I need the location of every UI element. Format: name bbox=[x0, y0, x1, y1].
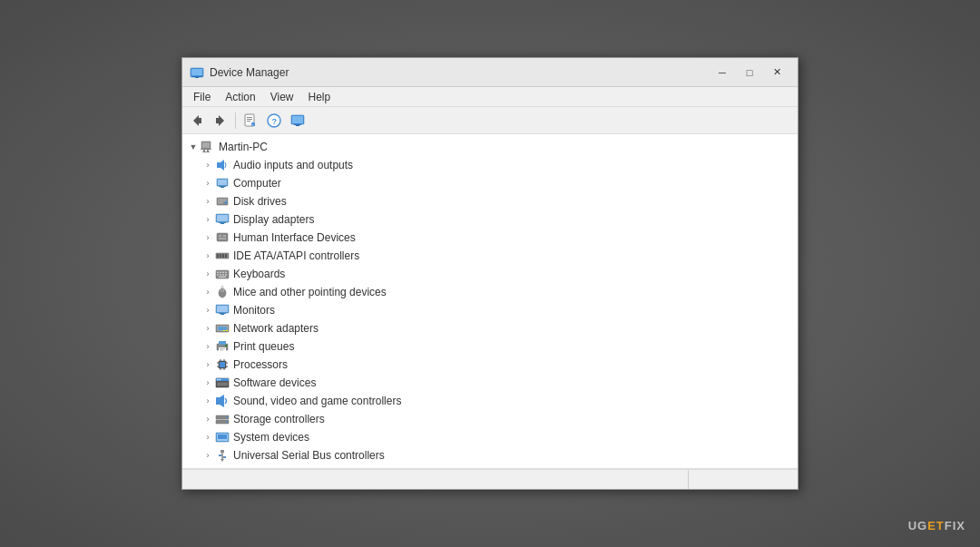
mice-expand-icon[interactable]: › bbox=[201, 285, 215, 299]
tree-item-ide[interactable]: › IDE ATA/ATAPI controllers bbox=[182, 247, 798, 265]
tree-item-computer[interactable]: › Computer bbox=[182, 174, 798, 192]
sound-label: Sound, video and game controllers bbox=[233, 395, 401, 407]
network-label: Network adapters bbox=[233, 322, 318, 335]
svg-rect-73 bbox=[219, 341, 226, 345]
svg-rect-42 bbox=[223, 235, 226, 237]
tree-item-processors[interactable]: › Processors bbox=[182, 356, 798, 374]
svg-rect-56 bbox=[222, 274, 224, 276]
tree-item-keyboard[interactable]: › Keyboards bbox=[182, 265, 798, 283]
svg-rect-22 bbox=[201, 149, 211, 150]
keyboard-icon bbox=[215, 267, 230, 281]
device-tree: ▼ Martin-PC › bbox=[182, 138, 798, 464]
tree-item-disk[interactable]: › Disk drives bbox=[182, 192, 798, 210]
svg-rect-75 bbox=[220, 348, 225, 349]
svg-rect-100 bbox=[218, 435, 227, 439]
minimize-button[interactable]: ─ bbox=[709, 63, 736, 82]
ide-expand-icon[interactable]: › bbox=[201, 249, 215, 263]
svg-rect-50 bbox=[217, 272, 219, 274]
tree-item-network[interactable]: › Network adapters bbox=[182, 319, 798, 337]
forward-button[interactable] bbox=[210, 111, 231, 131]
audio-expand-icon[interactable]: › bbox=[201, 158, 215, 172]
tree-item-storage[interactable]: › Storage controllers bbox=[182, 410, 798, 428]
menu-file[interactable]: File bbox=[186, 89, 218, 105]
svg-rect-38 bbox=[219, 222, 226, 223]
tree-item-print[interactable]: › Print queues bbox=[182, 337, 798, 356]
software-expand-icon[interactable]: › bbox=[201, 376, 215, 390]
svg-text:i: i bbox=[252, 122, 253, 127]
usb-label: Universal Serial Bus controllers bbox=[233, 449, 385, 462]
toolbar: i ? bbox=[182, 107, 798, 134]
svg-rect-28 bbox=[218, 180, 227, 185]
tree-item-usb[interactable]: › Universal Serial Bus controllers bbox=[182, 446, 798, 464]
svg-rect-24 bbox=[207, 150, 209, 151]
help-button[interactable]: ? bbox=[263, 111, 285, 131]
sound-expand-icon[interactable]: › bbox=[201, 394, 215, 408]
svg-point-90 bbox=[217, 379, 219, 381]
svg-rect-23 bbox=[203, 150, 205, 151]
root-expand-icon[interactable]: ▼ bbox=[186, 140, 201, 154]
svg-rect-53 bbox=[225, 272, 227, 274]
disk-expand-icon[interactable]: › bbox=[201, 194, 215, 209]
system-expand-icon[interactable]: › bbox=[201, 430, 215, 444]
close-button[interactable]: ✕ bbox=[763, 63, 790, 82]
svg-rect-9 bbox=[247, 117, 252, 118]
menu-help[interactable]: Help bbox=[301, 89, 338, 105]
window-controls: ─ □ ✕ bbox=[709, 63, 790, 82]
svg-rect-65 bbox=[219, 313, 226, 314]
back-button[interactable] bbox=[186, 111, 208, 131]
tree-root-node[interactable]: ▼ Martin-PC bbox=[182, 138, 798, 156]
display-label: Display adapters bbox=[233, 213, 314, 226]
svg-point-35 bbox=[225, 201, 228, 204]
svg-rect-10 bbox=[247, 119, 252, 120]
svg-rect-46 bbox=[220, 254, 221, 258]
display-expand-icon[interactable]: › bbox=[201, 212, 215, 227]
svg-rect-55 bbox=[220, 274, 221, 276]
network-expand-icon[interactable]: › bbox=[201, 321, 215, 336]
svg-rect-25 bbox=[202, 151, 210, 152]
monitors-expand-icon[interactable]: › bbox=[201, 303, 215, 317]
watermark: UGETFIX bbox=[908, 519, 965, 532]
print-expand-icon[interactable]: › bbox=[201, 339, 215, 354]
status-bar bbox=[182, 469, 798, 489]
software-icon bbox=[215, 376, 230, 390]
audio-icon bbox=[215, 158, 230, 172]
tree-item-monitors[interactable]: › Monitors bbox=[182, 301, 798, 319]
svg-rect-92 bbox=[217, 383, 228, 386]
tree-item-mice[interactable]: › Mice and other pointing devices bbox=[182, 283, 798, 301]
tree-item-display[interactable]: › Display adapters bbox=[182, 210, 798, 229]
svg-rect-69 bbox=[218, 327, 227, 330]
hid-label: Human Interface Devices bbox=[233, 231, 356, 244]
tree-item-hid[interactable]: › Human Interface Devices bbox=[182, 229, 798, 247]
svg-rect-74 bbox=[219, 347, 226, 351]
tree-view[interactable]: ▼ Martin-PC › bbox=[182, 134, 798, 469]
storage-icon bbox=[215, 412, 230, 426]
svg-rect-3 bbox=[195, 77, 199, 78]
status-right bbox=[689, 470, 798, 489]
svg-rect-5 bbox=[199, 118, 201, 123]
keyboard-expand-icon[interactable]: › bbox=[201, 267, 215, 281]
svg-marker-4 bbox=[193, 115, 199, 126]
tree-item-sound[interactable]: › Sound, video and game controllers bbox=[182, 392, 798, 410]
keyboard-label: Keyboards bbox=[233, 268, 285, 280]
display-button[interactable] bbox=[287, 111, 309, 131]
menu-action[interactable]: Action bbox=[218, 89, 262, 105]
usb-expand-icon[interactable]: › bbox=[201, 448, 215, 463]
menu-view[interactable]: View bbox=[263, 89, 301, 105]
svg-rect-2 bbox=[192, 76, 201, 77]
svg-point-91 bbox=[220, 379, 221, 381]
tree-item-software[interactable]: › Software devices bbox=[182, 374, 798, 392]
hid-expand-icon[interactable]: › bbox=[201, 230, 215, 245]
computer-expand-icon[interactable]: › bbox=[201, 176, 215, 190]
tree-item-system[interactable]: › System devices bbox=[182, 428, 798, 446]
svg-rect-57 bbox=[225, 274, 227, 276]
sound-icon bbox=[215, 394, 230, 408]
processors-expand-icon[interactable]: › bbox=[201, 357, 215, 372]
maximize-button[interactable]: □ bbox=[736, 63, 763, 82]
storage-expand-icon[interactable]: › bbox=[201, 412, 215, 426]
software-label: Software devices bbox=[233, 376, 316, 389]
processors-label: Processors bbox=[233, 358, 288, 371]
svg-rect-45 bbox=[217, 254, 219, 258]
properties-button[interactable]: i bbox=[240, 111, 261, 131]
svg-rect-76 bbox=[220, 350, 223, 351]
tree-item-audio[interactable]: › Audio inputs and outputs bbox=[182, 156, 798, 174]
